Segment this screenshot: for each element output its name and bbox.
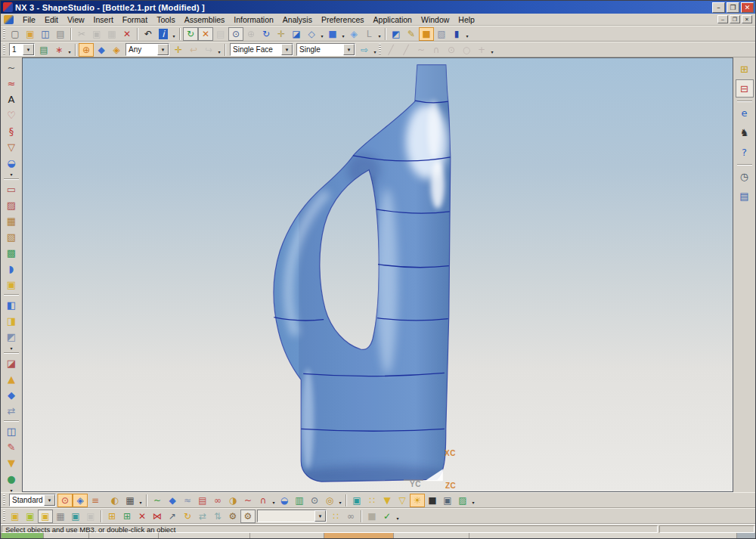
check-mate-icon[interactable]: ✓ [380,510,395,523]
arrangement-dropdown[interactable]: ▼ [314,510,326,522]
work-component-icon[interactable]: ▣ [38,510,53,523]
menu-window[interactable]: Window [417,14,454,25]
shaded-with-edges-icon[interactable]: ◈ [73,494,88,507]
dropdown-arrow[interactable]: ▾ [470,494,476,506]
child-minimize-button[interactable]: – [717,15,728,23]
close-part-icon[interactable]: ▮ [449,27,464,41]
spline-comb-icon[interactable]: ~ [240,494,256,507]
snap-arc-center-icon[interactable]: ⊙ [444,43,459,57]
bottle-model[interactable] [23,58,733,491]
boolean-unite-icon[interactable]: ● [3,471,20,487]
color-palette-icon[interactable]: ◐ [107,494,122,507]
offset-surface-icon[interactable]: ◨ [3,313,20,329]
create-new-component-icon[interactable]: ⊞ [119,510,135,523]
remove-component-icon[interactable]: ✕ [135,510,150,523]
open-icon[interactable]: ▣ [23,27,38,41]
dynamic-section-icon[interactable]: ◒ [277,494,292,507]
snapshot-icon[interactable]: ◩ [389,27,404,41]
face-analysis-icon[interactable]: ⊙ [57,494,73,507]
undo-icon[interactable]: ↶ [141,27,156,41]
internet-explorer-icon[interactable]: e [736,104,754,122]
toolbar-grip[interactable] [3,510,5,522]
graphics-window[interactable]: XC YC ZC [22,57,733,492]
menu-application[interactable]: Application [369,14,417,25]
shape-studio-app-icon[interactable]: ■ [419,27,434,41]
highlight-lines-icon[interactable]: ▤ [195,494,210,507]
studio-surface-icon[interactable]: ◗ [3,261,20,277]
section-analysis-icon[interactable]: ◆ [165,494,180,507]
dropdown-arrow[interactable]: ▾ [340,28,346,40]
toolbar-grip[interactable] [3,44,5,55]
dropdown-arrow[interactable]: ▾ [372,44,378,56]
restore-button[interactable]: ❐ [727,2,739,13]
wcs-dynamics-icon[interactable]: ◈ [109,43,124,57]
sketch-icon[interactable]: ✎ [404,27,419,41]
face-rule-dropdown[interactable]: ▼ [281,44,293,55]
examine-geometry-icon[interactable]: ⊙ [307,494,322,507]
text-icon[interactable]: A [3,91,20,107]
component-sets-icon[interactable]: ▣ [23,510,38,523]
substitute-component-icon[interactable]: ⇅ [210,510,225,523]
dropdown-arrow[interactable]: ▾ [271,494,277,506]
dropdown-arrow[interactable]: ▾ [464,28,470,40]
law-curve-icon[interactable]: ♡ [3,107,20,123]
flange-surface-icon[interactable]: ▲ [3,371,20,387]
roles-clock-icon[interactable]: ◷ [736,167,754,185]
help-bubble-icon[interactable]: ? [736,143,754,161]
through-curves-icon[interactable]: ▦ [3,213,20,229]
visual-preferences-icon[interactable]: ▣ [440,494,455,507]
deviation-gauge-icon[interactable]: ∩ [256,494,271,507]
snap-control-point-icon[interactable]: ~ [414,43,429,57]
trimmed-sheet-icon[interactable]: ◩ [3,329,20,345]
assembly-navigator-icon[interactable]: ⊞ [736,60,754,78]
menu-assemblies[interactable]: Assemblies [180,14,230,25]
refresh-icon[interactable]: ↻ [183,27,198,41]
wireframe-display-icon[interactable]: ◇ [304,27,319,41]
menu-tools[interactable]: Tools [152,14,180,25]
paste-icon[interactable]: ▦ [104,27,119,41]
dropdown-arrow[interactable]: ▾ [67,44,73,56]
zebra-stripes-icon[interactable]: ▥ [292,494,307,507]
curve-combs-icon[interactable]: ≡ [88,494,103,507]
component-preview-icon[interactable]: ▣ [68,510,83,523]
type-filter-combo[interactable]: Any▼ [125,43,169,56]
rotate-component-icon[interactable]: ↻ [180,510,195,523]
project-curve-icon[interactable]: ◒ [3,155,20,171]
menu-insert[interactable]: Insert [89,14,118,25]
pan-view-icon[interactable]: ✛ [274,27,289,41]
zoom-window-icon[interactable]: ⊙ [228,27,243,41]
spline-through-points-icon[interactable]: ≈ [3,76,20,91]
explosions-icon[interactable]: ▣ [8,510,23,523]
type-filter-dropdown[interactable]: ▼ [157,44,169,55]
selection-ball-icon[interactable]: ✛ [171,43,186,57]
spotlight-icon[interactable]: ▼ [380,494,395,507]
swept-icon[interactable]: ▧ [3,229,20,245]
point-constructor-icon[interactable]: ⊕ [79,43,94,57]
zoom-in-out-icon[interactable]: ⊕ [243,27,259,41]
dropdown-arrow[interactable]: ▾ [4,171,19,177]
shaded-display-icon[interactable]: ■ [325,27,340,41]
csys-constructor-icon[interactable]: ◆ [94,43,109,57]
arrangement-combo[interactable]: ▼ [257,510,327,522]
reference-sets-icon[interactable]: ▣ [83,510,98,523]
bounded-plane-icon[interactable]: ▭ [3,181,20,197]
sequence-icon[interactable]: ∷ [328,510,343,523]
reselect-icon[interactable]: ↪ [201,43,216,57]
studio-display-icon[interactable]: ◈ [346,27,361,41]
menu-format[interactable]: Format [118,14,152,25]
dropdown-arrow[interactable]: ▾ [489,44,495,56]
studio-spline-icon[interactable]: ~ [3,60,20,76]
helix-icon[interactable]: § [3,123,20,139]
high-quality-image-icon[interactable]: ■ [425,494,440,507]
sewn-surface-icon[interactable]: ◪ [3,355,20,371]
dropdown-arrow[interactable]: ▾ [138,494,144,506]
child-restore-button[interactable]: ❐ [730,15,740,23]
reflection-analysis-icon[interactable]: ≈ [180,494,195,507]
menu-edit[interactable]: Edit [40,14,63,25]
materials-textures-icon[interactable]: ∷ [364,494,380,507]
dropdown-arrow[interactable]: ▾ [4,345,19,351]
curve-rule-dropdown[interactable]: ▼ [343,44,355,55]
drafting-icon[interactable]: ▧ [434,27,449,41]
minimize-button[interactable]: – [712,2,725,13]
rotate-view-icon[interactable]: ↻ [259,27,274,41]
